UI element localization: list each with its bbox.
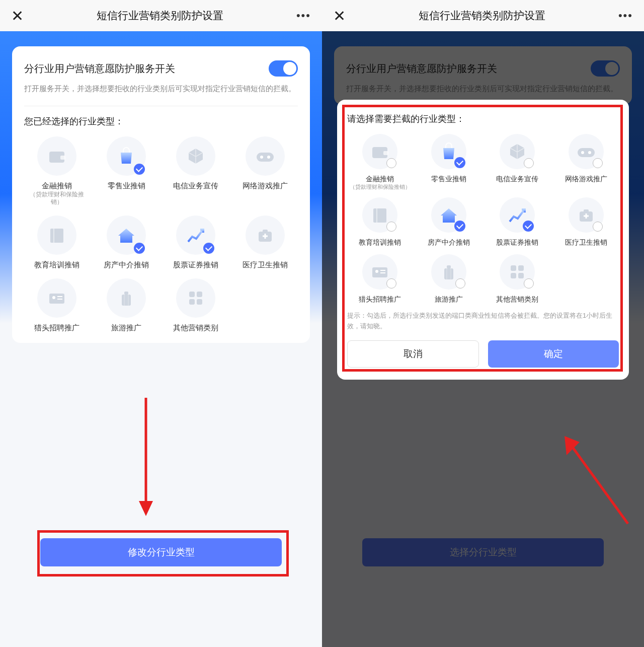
svg-rect-36 [444,268,453,279]
cube-icon [500,134,535,169]
check-icon [134,243,145,254]
toggle-switch[interactable] [269,60,298,77]
close-icon[interactable]: ✕ [11,7,24,25]
svg-rect-1 [60,156,65,160]
toggle-description: 打开服务开关，并选择想要拒收的行业类别后可实现对指定行业营销短信的拦截。 [24,83,298,95]
category-item[interactable]: 股票证券推销 [485,197,550,247]
radio-unchecked-icon [386,158,396,168]
svg-rect-37 [447,265,451,268]
category-label: 零售业推销 [108,181,145,191]
confirm-button[interactable]: 确定 [488,340,619,368]
category-item[interactable]: 电信业务宣传 [163,136,228,206]
category-item[interactable]: 金融推销 （贷款理财和保险推销） [24,136,90,206]
svg-rect-43 [518,273,524,278]
apps-icon [500,254,535,290]
category-item[interactable]: 网络游戏推广 [232,136,298,206]
category-item[interactable]: 网络游戏推广 [553,134,619,190]
titlebar: ✕ 短信行业营销类别防护设置 ••• [322,0,644,31]
category-item[interactable]: 猎头招聘推广 [347,254,413,304]
select-categories-button-dimmed: 选择分行业类型 [362,538,604,566]
close-icon[interactable]: ✕ [333,7,346,25]
category-item[interactable]: 教育培训推销 [24,215,90,270]
category-item[interactable]: 房产中介推销 [416,197,482,247]
svg-rect-19 [189,299,195,305]
svg-rect-20 [197,299,202,305]
toggle-label: 分行业用户营销意愿防护服务开关 [24,62,175,76]
svg-rect-42 [511,273,516,278]
category-item[interactable]: 医疗卫生推销 [553,197,619,247]
category-label: 医疗卫生推销 [565,238,607,247]
apps-icon [176,278,215,318]
category-item[interactable]: 其他营销类别 [163,278,228,333]
svg-point-26 [581,151,584,154]
category-label: 房产中介推销 [428,238,470,247]
modal-title: 请选择需要拦截的行业类型： [347,113,619,125]
svg-point-27 [588,151,591,154]
category-selection-modal: 请选择需要拦截的行业类型： 金融推销 （贷款理财和保险推销） 零售业推销 电信业… [337,100,629,380]
category-item[interactable]: 其他营销类别 [485,254,550,304]
idcard-icon [362,254,397,290]
svg-rect-13 [122,295,131,306]
category-label: 金融推销 [366,174,394,183]
radio-unchecked-icon [455,278,465,289]
luggage-icon [107,278,146,318]
category-item[interactable]: 猎头招聘推广 [24,278,90,333]
svg-rect-41 [518,265,524,271]
category-item[interactable]: 旅游推广 [94,278,159,333]
house-icon [431,197,466,233]
svg-point-33 [375,270,378,273]
category-label: 股票证券推销 [173,260,218,270]
category-label: 电信业务宣传 [496,174,538,183]
modify-categories-button[interactable]: 修改分行业类型 [40,538,282,566]
modal-hint: 提示：勾选后，所选行业类别发送的端口类商业性短信将会被拦截。您的设置将在1小时后… [347,311,619,332]
svg-rect-31 [584,209,589,212]
page-title: 短信行业营销类别防护设置 [97,9,223,23]
wallet-icon [37,136,76,176]
category-item[interactable]: 电信业务宣传 [485,134,550,190]
svg-rect-8 [263,230,268,233]
category-label: 金融推销 [42,181,72,191]
category-item[interactable]: 金融推销 （贷款理财和保险推销） [347,134,413,190]
idcard-icon [37,278,76,318]
radio-unchecked-icon [386,222,396,232]
category-item[interactable]: 股票证券推销 [163,215,228,270]
more-icon[interactable]: ••• [296,9,311,22]
category-item[interactable]: 旅游推广 [416,254,482,304]
svg-rect-40 [511,265,516,271]
svg-rect-29 [376,208,377,223]
svg-marker-22 [139,501,153,516]
category-label: 网络游戏推广 [565,174,607,183]
luggage-icon [431,254,466,290]
category-grid: 金融推销 （贷款理财和保险推销） 零售业推销 电信业务宣传 网络游戏推广 [347,134,619,304]
check-icon [454,221,465,232]
medkit-icon [569,197,604,233]
svg-rect-5 [50,229,63,243]
svg-rect-12 [57,299,62,300]
svg-rect-35 [380,272,385,273]
titlebar: ✕ 短信行业营销类别防护设置 ••• [0,0,322,31]
category-item[interactable]: 零售业推销 [416,134,482,190]
category-item[interactable]: 房产中介推销 [94,215,159,270]
bag-icon [107,136,146,176]
bag-icon [431,134,466,169]
category-label: 网络游戏推广 [243,181,288,191]
cube-icon [176,136,215,176]
cancel-button[interactable]: 取消 [347,340,479,368]
radio-unchecked-icon [593,222,603,232]
category-label: 旅游推广 [111,323,141,333]
screen-right: ✕ 短信行业营销类别防护设置 ••• 分行业用户营销意愿防护服务开关 打开服务开… [322,0,644,647]
category-item[interactable]: 零售业推销 [94,136,159,206]
svg-rect-11 [57,296,62,297]
category-grid: 金融推销 （贷款理财和保险推销） 零售业推销 电信业务宣传 网络游戏推广 [24,136,298,333]
more-icon[interactable]: ••• [618,9,633,22]
radio-unchecked-icon [524,278,534,289]
svg-rect-6 [53,229,54,243]
settings-card: 分行业用户营销意愿防护服务开关 打开服务开关，并选择想要拒收的行业类别后可实现对… [12,46,310,343]
category-label: 零售业推销 [431,174,466,183]
category-item[interactable]: 教育培训推销 [347,197,413,247]
selected-categories-title: 您已经选择的行业类型： [24,115,298,127]
category-item[interactable]: 医疗卫生推销 [232,215,298,270]
check-icon [454,157,465,168]
wallet-icon [362,134,397,169]
category-label: 房产中介推销 [104,260,149,270]
